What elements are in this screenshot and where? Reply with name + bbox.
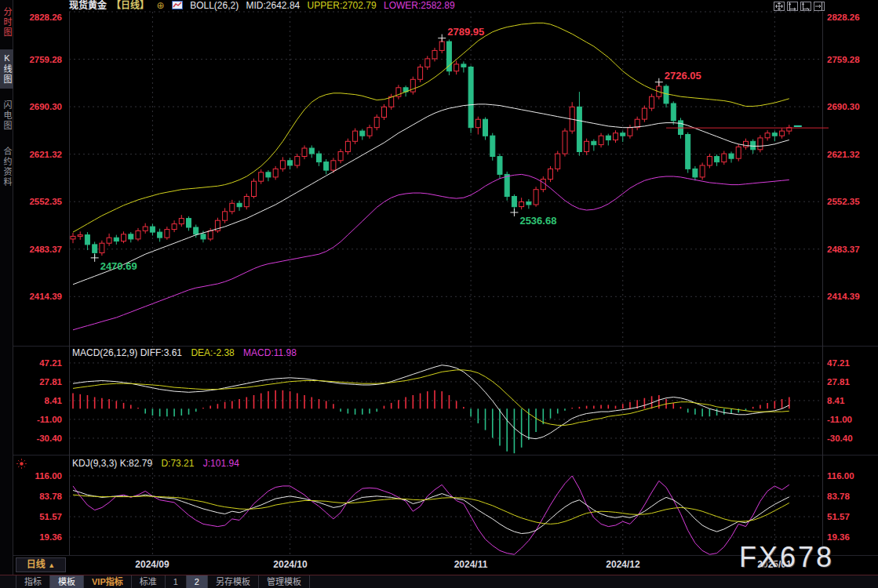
y-axis-label: 8.41 (824, 395, 876, 406)
toolbar-tab-2[interactable]: 模板 (50, 575, 84, 588)
y-axis-label: 2621.32 (824, 149, 876, 160)
toolbar-tab-6[interactable]: 2 (187, 575, 208, 588)
pan-tool-icon[interactable] (774, 2, 785, 11)
y-axis-label: 2690.30 (13, 101, 65, 112)
sidebar-item-lightning-chart[interactable]: 闪电图 (0, 96, 13, 135)
price-annotation: 2470.69 (100, 260, 137, 272)
boll-indicator-label: BOLL(26,2) (190, 0, 239, 11)
kdj-pane-header: KDJ(9,3,3) K:82.79 D:73.21 J:101.94 (72, 458, 246, 469)
kdj-k-line (73, 491, 789, 534)
price-annotation: 2789.95 (447, 26, 484, 38)
gridlines (69, 12, 823, 555)
y-axis-label: 2414.39 (13, 291, 65, 302)
y-axis-label: 8.41 (13, 395, 65, 406)
toolbar-tab-3[interactable]: VIP指标 (84, 575, 132, 588)
y-axis-label: 2828.26 (13, 12, 65, 23)
y-axis-label: 19.36 (13, 532, 65, 543)
macd-diff-value: MACD(26,12,9) DIFF:3.61 (72, 347, 182, 358)
kdj-d-line (73, 495, 789, 524)
kdj-j-value: J:101.94 (203, 458, 239, 469)
macd-histogram (73, 390, 789, 453)
toolbar-tab-5[interactable]: 1 (166, 575, 187, 588)
x-axis-month-label: 2024/11 (454, 559, 488, 570)
mini-chart-icon[interactable] (172, 0, 183, 11)
y-axis-label: 2414.39 (824, 291, 876, 302)
y-axis-label: 2483.37 (13, 244, 65, 255)
chart-toolbar (774, 2, 825, 11)
y-axis-label: 2552.35 (824, 196, 876, 207)
macd-value: MACD:11.98 (243, 347, 297, 358)
y-axis-label: 83.78 (824, 491, 876, 502)
scale-axis-right-icon[interactable] (800, 2, 811, 11)
y-axis-label: 47.21 (824, 358, 876, 368)
x-axis-month-label: 2024/10 (273, 559, 307, 570)
y-axis-label: -30.40 (13, 433, 65, 444)
collapse-panel-icon[interactable] (814, 2, 825, 11)
y-axis-label: 47.21 (13, 358, 65, 368)
chart-header: 现货黄金【日线】 ⊕ BOLL(26,2) MID:2642.84 UPPER:… (69, 0, 460, 13)
sidebar-item-contract-info[interactable]: 合约资料 (0, 143, 13, 191)
y-axis-label: 2828.26 (824, 12, 876, 23)
scale-axis-left-icon[interactable] (787, 2, 798, 11)
y-axis-label: 83.78 (13, 491, 65, 502)
alert-marker-icon[interactable] (16, 458, 27, 473)
add-indicator-icon[interactable]: ⊕ (156, 0, 164, 11)
fx678-watermark: FX678 (739, 541, 834, 574)
sidebar-item-time-chart[interactable]: 分时图 (0, 3, 13, 42)
chart-type-sidebar: 分时图 K线图 闪电图 合约资料 (0, 0, 13, 575)
boll-mid-value: MID:2642.84 (246, 0, 301, 11)
bottom-toolbar: 指标模板VIP指标标准12另存模板管理模板 (0, 575, 878, 588)
boll-lower-value: LOWER:2582.89 (384, 0, 455, 11)
right-price-axis[interactable]: 2828.262759.282690.302621.322552.352483.… (824, 0, 876, 575)
y-axis-label: 27.81 (13, 376, 65, 387)
x-axis-month-label: 2024/12 (606, 559, 639, 570)
y-axis-label: 2552.35 (13, 196, 65, 207)
y-axis-label: 51.57 (13, 511, 65, 522)
toolbar-tab-7[interactable]: 另存模板 (208, 575, 259, 588)
kdj-k-value: KDJ(9,3,3) K:82.79 (72, 458, 152, 469)
y-axis-label: -11.00 (13, 414, 65, 425)
kdj-d-value: D:73.21 (161, 458, 194, 469)
y-axis-label: 2483.37 (824, 244, 876, 255)
y-axis-label: -11.00 (824, 414, 876, 425)
x-axis-month-label: 2024/09 (135, 559, 169, 570)
left-price-axis[interactable]: 2828.262759.282690.302621.322552.352483.… (13, 0, 65, 575)
macd-pane-header: MACD(26,12,9) DIFF:3.61 DEA:-2.38 MACD:1… (72, 347, 303, 358)
boll-lower-line (73, 174, 789, 329)
price-annotation: 2726.05 (665, 70, 701, 82)
y-axis-label: 27.81 (824, 376, 876, 387)
y-axis-label: 2759.28 (824, 54, 876, 65)
macd-dea-line (73, 370, 789, 426)
toolbar-tab-8[interactable]: 管理模板 (259, 575, 310, 588)
kdj-j-line (73, 476, 789, 554)
toolbar-tab-4[interactable]: 标准 (132, 575, 166, 588)
period-selector[interactable]: 日线 ▲ (16, 557, 66, 572)
y-axis-label: 2690.30 (824, 101, 876, 112)
chart-canvas[interactable]: 2789.952726.052536.682470.69 (69, 0, 834, 575)
macd-dea-value: DEA:-2.38 (191, 347, 234, 358)
price-annotation: 2536.68 (519, 215, 556, 227)
boll-upper-value: UPPER:2702.79 (308, 0, 377, 11)
y-axis-label: 2621.32 (13, 149, 65, 160)
symbol-name: 现货黄金 (69, 0, 107, 11)
sidebar-item-kline-chart[interactable]: K线图 (0, 49, 13, 89)
period-up-arrow-icon: ▲ (48, 561, 55, 569)
period-label: 【日线】 (111, 0, 149, 11)
y-axis-label: 51.57 (824, 511, 876, 522)
y-axis-label: 116.00 (824, 470, 876, 481)
trading-app-window: 分时图 K线图 闪电图 合约资料 现货黄金【日线】 ⊕ BOLL(26,2) M… (0, 0, 878, 588)
y-axis-label: 2759.28 (13, 54, 65, 65)
y-axis-label: -30.40 (824, 433, 876, 444)
toolbar-tab-1[interactable]: 指标 (16, 575, 50, 588)
